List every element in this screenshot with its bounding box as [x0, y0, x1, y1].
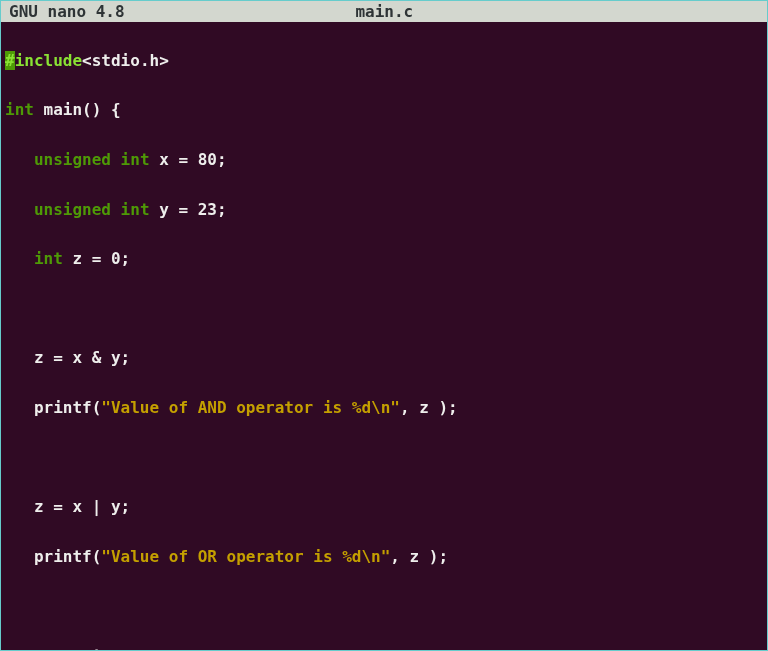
code-line: #include<stdio.h>	[5, 49, 763, 74]
file-name: main.c	[125, 2, 759, 21]
code-line	[5, 594, 763, 619]
code-line: unsigned int y = 23;	[5, 198, 763, 223]
code-line: unsigned int x = 80;	[5, 148, 763, 173]
code-line: printf("Value of AND operator is %d\n", …	[5, 396, 763, 421]
code-line: z = x & y;	[5, 346, 763, 371]
code-line: printf("Value of OR operator is %d\n", z…	[5, 545, 763, 570]
editor-area[interactable]: #include<stdio.h> int main() { unsigned …	[1, 22, 767, 651]
code-line: int z = 0;	[5, 247, 763, 272]
app-name: GNU nano 4.8	[9, 2, 125, 21]
code-line	[5, 297, 763, 322]
cursor: #	[5, 51, 15, 70]
code-line: z = x ^ y;	[5, 644, 763, 651]
code-line	[5, 446, 763, 471]
code-line: z = x | y;	[5, 495, 763, 520]
code-line: int main() {	[5, 98, 763, 123]
title-bar: GNU nano 4.8 main.c	[1, 1, 767, 22]
